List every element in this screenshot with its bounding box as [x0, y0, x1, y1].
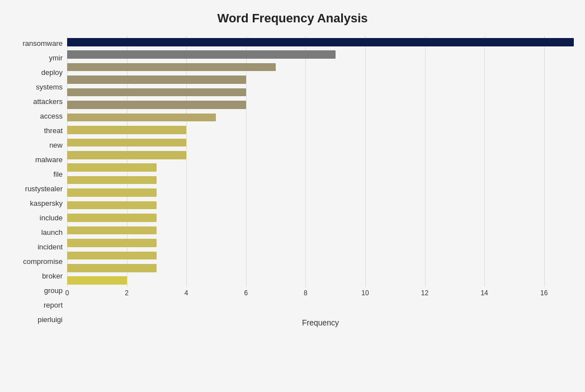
x-axis-label: Frequency	[67, 318, 574, 327]
bar-include	[67, 188, 157, 197]
bar-row-incident	[67, 211, 574, 224]
y-label-ransomware: ransomware	[22, 36, 63, 50]
x-tick-2: 2	[125, 289, 129, 297]
bar-incident	[67, 214, 157, 222]
bar-rustystealer	[67, 163, 157, 172]
bar-threat	[67, 114, 216, 122]
x-tick-12: 12	[421, 289, 428, 297]
bar-malware	[67, 139, 186, 147]
bar-row-ransomware	[67, 36, 574, 48]
bar-row-file	[67, 149, 574, 161]
y-label-kaspersky: kaspersky	[30, 196, 63, 211]
bar-row-access	[67, 98, 574, 111]
bar-pierluigi	[67, 276, 127, 285]
bar-row-systems	[67, 73, 574, 86]
bar-row-pierluigi	[67, 275, 574, 287]
y-label-report: report	[44, 298, 63, 313]
y-label-systems: systems	[36, 79, 63, 94]
bar-row-threat	[67, 111, 574, 124]
y-label-deploy: deploy	[41, 65, 63, 79]
bar-launch	[67, 201, 157, 210]
chart-title: Word Frequency Analysis	[11, 11, 574, 26]
y-label-file: file	[53, 167, 63, 181]
bar-row-attackers	[67, 86, 574, 98]
y-label-ymir: ymir	[49, 50, 63, 65]
bar-row-deploy	[67, 61, 574, 73]
bar-row-group	[67, 249, 574, 262]
y-label-access: access	[40, 108, 63, 123]
bar-new	[67, 126, 186, 134]
y-label-group: group	[44, 284, 63, 298]
bar-row-include	[67, 186, 574, 199]
bar-row-broker	[67, 237, 574, 249]
bar-row-launch	[67, 199, 574, 211]
x-axis-ticks: 0246810121416	[67, 287, 574, 303]
bar-row-report	[67, 262, 574, 274]
x-tick-14: 14	[480, 289, 488, 297]
y-label-pierluigi: pierluigi	[37, 313, 63, 327]
y-axis: ransomwareymirdeploysystemsattackersacce…	[11, 36, 67, 327]
bar-row-malware	[67, 136, 574, 149]
bar-access	[67, 101, 246, 109]
bars-area	[67, 36, 574, 287]
bar-row-kaspersky	[67, 174, 574, 186]
bar-row-new	[67, 124, 574, 136]
x-tick-8: 8	[304, 289, 308, 297]
bar-row-rustystealer	[67, 162, 574, 174]
y-label-launch: launch	[41, 225, 63, 240]
y-label-attackers: attackers	[33, 94, 63, 108]
x-tick-16: 16	[540, 289, 548, 297]
bar-ymir	[67, 50, 336, 59]
x-tick-10: 10	[361, 289, 369, 297]
y-label-rustystealer: rustystealer	[25, 181, 63, 196]
chart-container: Word Frequency Analysis ransomwareymirde…	[0, 0, 585, 392]
bar-file	[67, 151, 186, 159]
bar-deploy	[67, 63, 276, 72]
y-label-incident: incident	[37, 240, 63, 254]
bar-broker	[67, 239, 157, 247]
y-label-broker: broker	[42, 269, 63, 284]
bar-row-ymir	[67, 48, 574, 60]
y-label-compromise: compromise	[23, 254, 63, 269]
y-label-new: new	[49, 138, 63, 152]
bar-row-compromise	[67, 224, 574, 237]
y-label-malware: malware	[35, 152, 63, 167]
x-tick-4: 4	[185, 289, 188, 297]
x-tick-0: 0	[65, 289, 69, 297]
y-label-include: include	[40, 211, 63, 225]
bar-report	[67, 264, 157, 272]
y-label-threat: threat	[44, 123, 63, 138]
x-tick-6: 6	[244, 289, 248, 297]
bar-attackers	[67, 88, 246, 97]
bar-compromise	[67, 226, 157, 235]
bar-systems	[67, 75, 246, 84]
bar-ransomware	[67, 38, 574, 46]
bar-kaspersky	[67, 176, 157, 185]
bar-group	[67, 252, 157, 260]
